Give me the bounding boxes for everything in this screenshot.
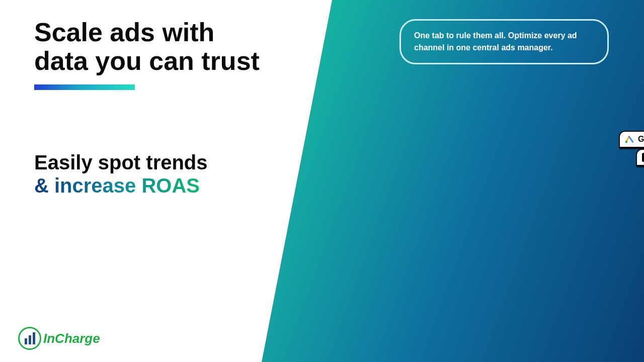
subtitle: Easily spot trends & increase ROAS — [34, 151, 208, 197]
card-header: Tiktok Ads ••• — [637, 150, 644, 166]
logo-text: InCharge — [43, 331, 100, 346]
brand-logo: InCharge — [18, 327, 100, 350]
logo-mark-icon — [18, 327, 41, 350]
callout-text: One tab to rule them all. Optimize every… — [414, 31, 577, 52]
svg-point-0 — [625, 141, 628, 143]
subtitle-line2: & increase ROAS — [34, 174, 208, 197]
callout-pill: One tab to rule them all. Optimize every… — [399, 19, 609, 64]
channel-card-tiktok: Tiktok Ads ••• — [636, 149, 644, 167]
hero-title: Scale ads with data you can trust — [34, 18, 260, 75]
hero-title-line1: Scale ads with — [34, 18, 214, 47]
tiktok-icon — [642, 153, 644, 162]
hero-title-line2: data you can trust — [34, 46, 260, 75]
google-ads-icon — [625, 135, 634, 144]
hero-underline-accent — [34, 84, 135, 90]
card-header: Google Ads ••• — [620, 132, 644, 148]
channel-label: Google Ads — [638, 135, 644, 144]
subtitle-line1: Easily spot trends — [34, 151, 208, 174]
channel-card-google: Google Ads ••• — [619, 131, 644, 149]
